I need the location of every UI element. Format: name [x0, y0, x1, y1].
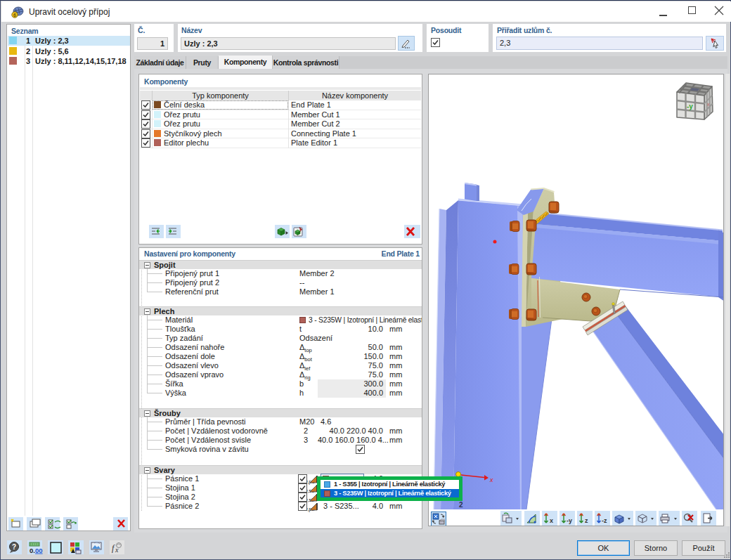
svg-text:-y: -y	[567, 517, 572, 524]
svg-text:x: x	[489, 476, 493, 483]
svg-text:-y: -y	[687, 103, 693, 110]
svg-text:?: ?	[12, 543, 16, 551]
svg-text:0.: 0.	[30, 547, 35, 554]
svg-text:z: z	[585, 517, 588, 524]
svg-text:00: 00	[35, 547, 43, 554]
svg-text:x: x	[707, 102, 710, 107]
svg-text:-z: -z	[602, 517, 607, 524]
svg-text:x: x	[550, 517, 553, 524]
svg-text:x: x	[115, 546, 119, 554]
svg-text:6: 6	[13, 13, 16, 18]
svg-text:2: 2	[459, 501, 463, 509]
